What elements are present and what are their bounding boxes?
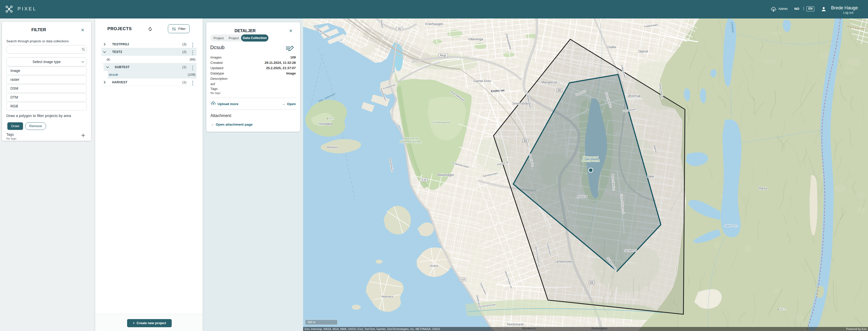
svg-text:Østensjø: Østensjø [628, 94, 641, 98]
svg-text:E18: E18 [422, 179, 426, 181]
svg-text:284 m: 284 m [779, 308, 785, 310]
svg-text:Oppsal: Oppsal [638, 50, 648, 53]
svg-text:162: 162 [398, 28, 402, 30]
svg-text:▲: ▲ [778, 308, 779, 310]
svg-text:Godlia: Godlia [607, 45, 616, 49]
svg-text:Gamle Oslo: Gamle Oslo [473, 79, 491, 83]
svg-text:49 m: 49 m [329, 117, 334, 120]
svg-text:Bøler: Bøler [647, 175, 655, 178]
svg-text:Bleikøya: Bleikøya [327, 146, 338, 149]
svg-text:Naturreservat: Naturreservat [403, 137, 418, 140]
svg-text:Bekkelaget: Bekkelaget [438, 173, 454, 177]
svg-text:Hovedøya: Hovedøya [319, 122, 333, 126]
svg-text:Nøklevann: Nøklevann [724, 224, 738, 227]
svg-text:▲: ▲ [327, 118, 329, 119]
svg-text:Enerhaugen: Enerhaugen [425, 22, 443, 26]
svg-text:Nordstrand: Nordstrand [507, 322, 523, 326]
svg-text:E18: E18 [460, 278, 465, 281]
svg-text:Ekebergsletta: Ekebergsletta [433, 121, 450, 124]
svg-text:Naturreservat: Naturreservat [583, 156, 598, 159]
svg-text:Vålerenga: Vålerenga [468, 37, 483, 41]
svg-text:Østensjøvannet: Østensjøvannet [582, 159, 599, 162]
svg-text:Marka: Marka [758, 187, 767, 190]
svg-text:Malmøya: Malmøya [381, 295, 393, 298]
svg-text:Manglerud: Manglerud [541, 80, 557, 84]
svg-text:Skullerud: Skullerud [624, 249, 637, 252]
svg-text:Ring2: Ring2 [440, 54, 447, 57]
svg-text:Abildsø: Abildsø [577, 195, 588, 198]
svg-text:Ekebergskråningen: Ekebergskråningen [400, 140, 422, 143]
svg-text:Ulvøya: Ulvøya [429, 264, 438, 267]
svg-text:Lambertseter: Lambertseter [555, 260, 573, 263]
